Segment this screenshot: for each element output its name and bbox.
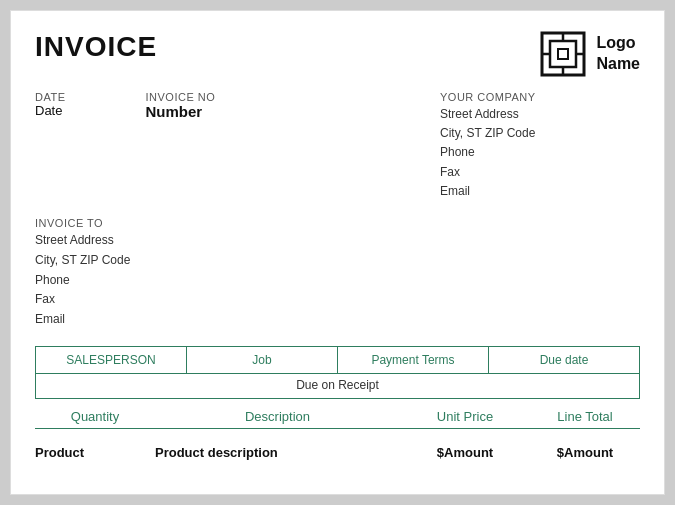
logo-icon bbox=[540, 31, 586, 77]
company-name-label: YOUR COMPANY bbox=[440, 91, 640, 103]
line-total-column-header: Line Total bbox=[530, 409, 640, 424]
date-label: DATE bbox=[35, 91, 66, 103]
invoice-to-fax: Fax bbox=[35, 290, 640, 310]
due-date-header: Due date bbox=[489, 347, 639, 373]
logo-text: Logo Name bbox=[596, 33, 640, 75]
invoice-header: INVOICE Logo Name bbox=[35, 31, 640, 77]
company-fax: Fax bbox=[440, 163, 640, 182]
company-phone: Phone bbox=[440, 143, 640, 162]
invoice-no-value: Number bbox=[146, 103, 216, 120]
invoice-title: INVOICE bbox=[35, 31, 157, 63]
invoice-to-phone: Phone bbox=[35, 271, 640, 291]
invoice-to-section: INVOICE TO Street Address City, ST ZIP C… bbox=[35, 217, 640, 330]
quantity-column-header: Quantity bbox=[35, 409, 155, 424]
salesperson-header: SALESPERSON bbox=[36, 347, 187, 373]
meta-left: DATE Date INVOICE NO Number bbox=[35, 91, 215, 201]
meta-table-header: SALESPERSON Job Payment Terms Due date bbox=[35, 346, 640, 374]
meta-row: DATE Date INVOICE NO Number YOUR COMPANY… bbox=[35, 91, 640, 201]
payment-terms-header: Payment Terms bbox=[338, 347, 489, 373]
invoice-no-label: INVOICE NO bbox=[146, 91, 216, 103]
invoice-no-block: INVOICE NO Number bbox=[146, 91, 216, 201]
description-column-header: Description bbox=[155, 409, 400, 424]
invoice-to-label: INVOICE TO bbox=[35, 217, 640, 229]
invoice-to-email: Email bbox=[35, 310, 640, 330]
logo-name-line1: Logo bbox=[596, 33, 640, 54]
product-description: Product description bbox=[155, 445, 400, 460]
unit-price-column-header: Unit Price bbox=[400, 409, 530, 424]
product-line-total: $Amount bbox=[530, 445, 640, 460]
company-city: City, ST ZIP Code bbox=[440, 124, 640, 143]
job-header: Job bbox=[187, 347, 338, 373]
svg-rect-2 bbox=[558, 49, 568, 59]
invoice-to-city: City, ST ZIP Code bbox=[35, 251, 640, 271]
company-street: Street Address bbox=[440, 105, 640, 124]
product-unit-price: $Amount bbox=[400, 445, 530, 460]
logo-area: Logo Name bbox=[540, 31, 640, 77]
invoice-page: INVOICE Logo Name DATE Date bbox=[10, 10, 665, 495]
company-block: YOUR COMPANY Street Address City, ST ZIP… bbox=[440, 91, 640, 201]
company-email: Email bbox=[440, 182, 640, 201]
svg-rect-1 bbox=[550, 41, 576, 67]
date-value: Date bbox=[35, 103, 66, 118]
product-quantity: Product bbox=[35, 445, 155, 460]
logo-name-line2: Name bbox=[596, 54, 640, 75]
columns-header: Quantity Description Unit Price Line Tot… bbox=[35, 409, 640, 429]
due-on-receipt: Due on Receipt bbox=[35, 374, 640, 399]
date-block: DATE Date bbox=[35, 91, 66, 201]
invoice-to-street: Street Address bbox=[35, 231, 640, 251]
product-row: Product Product description $Amount $Amo… bbox=[35, 435, 640, 460]
